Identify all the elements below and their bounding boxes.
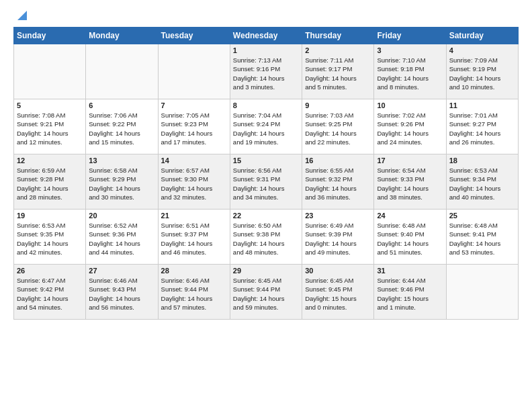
- day-info: Sunrise: 7:06 AM Sunset: 9:22 PM Dayligh…: [89, 111, 154, 146]
- day-cell: 23Sunrise: 6:49 AM Sunset: 9:39 PM Dayli…: [302, 210, 374, 265]
- day-number: 4: [449, 46, 515, 54]
- day-number: 12: [17, 156, 83, 165]
- day-info: Sunrise: 7:10 AM Sunset: 9:18 PM Dayligh…: [377, 56, 443, 91]
- week-row-4: 19Sunrise: 6:53 AM Sunset: 9:35 PM Dayli…: [14, 210, 519, 265]
- day-cell: 1Sunrise: 7:13 AM Sunset: 9:16 PM Daylig…: [230, 44, 302, 99]
- col-header-monday: Monday: [86, 28, 158, 44]
- day-number: 31: [377, 267, 443, 275]
- day-cell: 22Sunrise: 6:50 AM Sunset: 9:38 PM Dayli…: [230, 210, 302, 265]
- day-info: Sunrise: 6:50 AM Sunset: 9:38 PM Dayligh…: [233, 221, 299, 257]
- day-info: Sunrise: 6:51 AM Sunset: 9:37 PM Dayligh…: [161, 221, 227, 257]
- day-cell: 17Sunrise: 6:54 AM Sunset: 9:33 PM Dayli…: [374, 154, 446, 210]
- day-cell: 27Sunrise: 6:46 AM Sunset: 9:43 PM Dayli…: [86, 265, 158, 320]
- day-cell: 5Sunrise: 7:08 AM Sunset: 9:21 PM Daylig…: [14, 99, 86, 154]
- day-info: Sunrise: 6:45 AM Sunset: 9:44 PM Dayligh…: [233, 276, 299, 312]
- day-cell: 8Sunrise: 7:04 AM Sunset: 9:24 PM Daylig…: [230, 99, 302, 154]
- day-number: 25: [449, 212, 515, 220]
- day-number: 1: [233, 46, 299, 54]
- day-cell: [446, 265, 518, 320]
- day-info: Sunrise: 7:01 AM Sunset: 9:27 PM Dayligh…: [449, 111, 515, 146]
- day-info: Sunrise: 6:53 AM Sunset: 9:35 PM Dayligh…: [17, 221, 83, 257]
- day-info: Sunrise: 6:53 AM Sunset: 9:34 PM Dayligh…: [449, 166, 515, 201]
- day-number: 18: [449, 156, 515, 165]
- day-number: 7: [161, 101, 227, 109]
- day-cell: 13Sunrise: 6:58 AM Sunset: 9:29 PM Dayli…: [86, 154, 158, 210]
- day-info: Sunrise: 6:55 AM Sunset: 9:32 PM Dayligh…: [305, 166, 371, 201]
- week-row-3: 12Sunrise: 6:59 AM Sunset: 9:28 PM Dayli…: [14, 154, 519, 210]
- day-cell: 25Sunrise: 6:48 AM Sunset: 9:41 PM Dayli…: [446, 210, 518, 265]
- day-cell: 9Sunrise: 7:03 AM Sunset: 9:25 PM Daylig…: [302, 99, 374, 154]
- day-number: 27: [89, 267, 154, 275]
- day-number: 17: [377, 156, 443, 165]
- col-header-tuesday: Tuesday: [158, 28, 230, 44]
- day-info: Sunrise: 6:47 AM Sunset: 9:42 PM Dayligh…: [17, 276, 83, 312]
- day-cell: 16Sunrise: 6:55 AM Sunset: 9:32 PM Dayli…: [302, 154, 374, 210]
- day-number: 13: [89, 156, 154, 165]
- day-cell: 10Sunrise: 7:02 AM Sunset: 9:26 PM Dayli…: [374, 99, 446, 154]
- day-cell: 20Sunrise: 6:52 AM Sunset: 9:36 PM Dayli…: [86, 210, 158, 265]
- day-info: Sunrise: 7:05 AM Sunset: 9:23 PM Dayligh…: [161, 111, 227, 146]
- day-number: 16: [305, 156, 371, 165]
- day-info: Sunrise: 6:46 AM Sunset: 9:44 PM Dayligh…: [161, 276, 227, 312]
- day-info: Sunrise: 6:44 AM Sunset: 9:46 PM Dayligh…: [377, 276, 443, 312]
- day-number: 15: [233, 156, 299, 165]
- day-cell: 14Sunrise: 6:57 AM Sunset: 9:30 PM Dayli…: [158, 154, 230, 210]
- day-info: Sunrise: 7:11 AM Sunset: 9:17 PM Dayligh…: [305, 56, 371, 91]
- day-info: Sunrise: 6:57 AM Sunset: 9:30 PM Dayligh…: [161, 166, 227, 201]
- day-cell: 18Sunrise: 6:53 AM Sunset: 9:34 PM Dayli…: [446, 154, 518, 210]
- calendar-table: SundayMondayTuesdayWednesdayThursdayFrid…: [13, 27, 519, 320]
- day-info: Sunrise: 6:56 AM Sunset: 9:31 PM Dayligh…: [233, 166, 299, 201]
- day-cell: 28Sunrise: 6:46 AM Sunset: 9:44 PM Dayli…: [158, 265, 230, 320]
- day-info: Sunrise: 6:49 AM Sunset: 9:39 PM Dayligh…: [305, 221, 371, 257]
- logo-triangle-icon: [15, 8, 30, 23]
- col-header-thursday: Thursday: [302, 28, 374, 44]
- day-info: Sunrise: 6:45 AM Sunset: 9:45 PM Dayligh…: [305, 276, 371, 312]
- day-cell: 29Sunrise: 6:45 AM Sunset: 9:44 PM Dayli…: [230, 265, 302, 320]
- day-number: 24: [377, 212, 443, 220]
- header: [13, 11, 519, 20]
- day-cell: 24Sunrise: 6:48 AM Sunset: 9:40 PM Dayli…: [374, 210, 446, 265]
- day-number: 3: [377, 46, 443, 54]
- day-info: Sunrise: 7:09 AM Sunset: 9:19 PM Dayligh…: [449, 56, 515, 91]
- day-info: Sunrise: 6:46 AM Sunset: 9:43 PM Dayligh…: [89, 276, 154, 312]
- svg-marker-0: [17, 11, 27, 20]
- day-cell: [14, 44, 86, 99]
- day-cell: [86, 44, 158, 99]
- day-info: Sunrise: 6:54 AM Sunset: 9:33 PM Dayligh…: [377, 166, 443, 201]
- day-number: 5: [17, 101, 83, 109]
- day-number: 21: [161, 212, 227, 220]
- day-info: Sunrise: 6:48 AM Sunset: 9:40 PM Dayligh…: [377, 221, 443, 257]
- day-info: Sunrise: 6:58 AM Sunset: 9:29 PM Dayligh…: [89, 166, 154, 201]
- day-number: 9: [305, 101, 371, 109]
- col-header-wednesday: Wednesday: [230, 28, 302, 44]
- day-cell: 12Sunrise: 6:59 AM Sunset: 9:28 PM Dayli…: [14, 154, 86, 210]
- day-info: Sunrise: 6:52 AM Sunset: 9:36 PM Dayligh…: [89, 221, 154, 257]
- day-cell: 31Sunrise: 6:44 AM Sunset: 9:46 PM Dayli…: [374, 265, 446, 320]
- day-cell: 15Sunrise: 6:56 AM Sunset: 9:31 PM Dayli…: [230, 154, 302, 210]
- day-cell: 19Sunrise: 6:53 AM Sunset: 9:35 PM Dayli…: [14, 210, 86, 265]
- day-number: 2: [305, 46, 371, 54]
- day-number: 28: [161, 267, 227, 275]
- day-number: 26: [17, 267, 83, 275]
- day-number: 11: [449, 101, 515, 109]
- day-info: Sunrise: 7:13 AM Sunset: 9:16 PM Dayligh…: [233, 56, 299, 91]
- day-info: Sunrise: 7:04 AM Sunset: 9:24 PM Dayligh…: [233, 111, 299, 146]
- logo: [13, 11, 30, 20]
- day-cell: 3Sunrise: 7:10 AM Sunset: 9:18 PM Daylig…: [374, 44, 446, 99]
- day-number: 14: [161, 156, 227, 165]
- day-cell: 11Sunrise: 7:01 AM Sunset: 9:27 PM Dayli…: [446, 99, 518, 154]
- day-number: 20: [89, 212, 154, 220]
- day-info: Sunrise: 7:03 AM Sunset: 9:25 PM Dayligh…: [305, 111, 371, 146]
- day-number: 6: [89, 101, 154, 109]
- page: SundayMondayTuesdayWednesdayThursdayFrid…: [0, 0, 532, 326]
- day-number: 30: [305, 267, 371, 275]
- header-row: SundayMondayTuesdayWednesdayThursdayFrid…: [14, 28, 519, 44]
- day-number: 22: [233, 212, 299, 220]
- week-row-2: 5Sunrise: 7:08 AM Sunset: 9:21 PM Daylig…: [14, 99, 519, 154]
- day-cell: 2Sunrise: 7:11 AM Sunset: 9:17 PM Daylig…: [302, 44, 374, 99]
- week-row-1: 1Sunrise: 7:13 AM Sunset: 9:16 PM Daylig…: [14, 44, 519, 99]
- day-cell: 30Sunrise: 6:45 AM Sunset: 9:45 PM Dayli…: [302, 265, 374, 320]
- day-cell: 21Sunrise: 6:51 AM Sunset: 9:37 PM Dayli…: [158, 210, 230, 265]
- day-cell: 26Sunrise: 6:47 AM Sunset: 9:42 PM Dayli…: [14, 265, 86, 320]
- week-row-5: 26Sunrise: 6:47 AM Sunset: 9:42 PM Dayli…: [14, 265, 519, 320]
